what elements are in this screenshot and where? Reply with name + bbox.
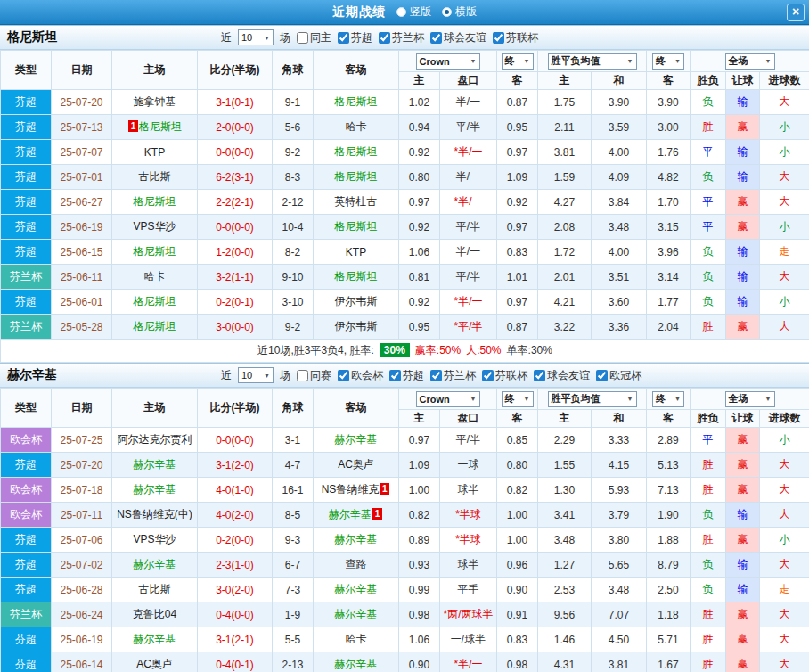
- result-wdl: 胜: [691, 627, 726, 652]
- avg-odds-draw: 4.50: [592, 627, 647, 652]
- filter-checkbox[interactable]: [430, 370, 442, 381]
- radio-vertical-layout[interactable]: 竖版: [396, 4, 431, 20]
- filter-checkbox[interactable]: [379, 32, 390, 44]
- bookmaker-select[interactable]: Crown ▼: [416, 53, 480, 70]
- scope-select[interactable]: 全场 ▼: [725, 53, 775, 70]
- away-team-link[interactable]: 赫尔辛基: [335, 583, 378, 595]
- avg-odds-away: 1.76: [647, 140, 691, 165]
- match-date: 25-05-28: [52, 315, 112, 340]
- home-team-link[interactable]: 赫尔辛基: [134, 558, 176, 570]
- away-team-link[interactable]: NS鲁纳维克: [322, 483, 380, 496]
- away-team-link[interactable]: 格尼斯坦: [335, 145, 378, 158]
- handicap-odds-away: 0.87: [497, 90, 538, 115]
- filter-checkbox[interactable]: [338, 370, 349, 381]
- away-team-link[interactable]: 格尼斯坦: [335, 170, 378, 183]
- away-team-link[interactable]: 查路: [346, 558, 367, 570]
- handicap-odds-away: 1.00: [497, 503, 538, 528]
- match-count-select[interactable]: 10 ▼: [238, 367, 274, 383]
- red-card-badge: 1: [380, 483, 389, 495]
- home-team-link[interactable]: 格尼斯坦: [134, 320, 176, 332]
- filter-option[interactable]: 芬兰杯: [430, 368, 476, 383]
- final-score: 2-3(1-0): [198, 553, 273, 578]
- away-team-link[interactable]: 哈卡: [346, 633, 367, 645]
- filter-option[interactable]: 欧冠杯: [596, 368, 641, 383]
- filter-checkbox[interactable]: [534, 370, 545, 381]
- filter-checkbox[interactable]: [297, 370, 308, 381]
- home-team-link[interactable]: 赫尔辛基: [134, 458, 176, 471]
- home-team-link[interactable]: 赫尔辛基: [134, 633, 176, 645]
- filter-option[interactable]: 芬兰杯: [379, 30, 424, 45]
- avg-odds-draw: 3.60: [592, 290, 647, 315]
- corner-score: 5-5: [273, 627, 314, 652]
- filter-checkbox[interactable]: [493, 32, 504, 44]
- bookmaker-select[interactable]: Crown ▼: [416, 391, 480, 407]
- home-team-link[interactable]: VPS华沙: [133, 533, 176, 545]
- filter-checkbox[interactable]: [430, 32, 442, 44]
- away-team-link[interactable]: 赫尔辛基: [329, 508, 372, 520]
- filter-option[interactable]: 球会友谊: [534, 368, 590, 383]
- cell-home-team: NS鲁纳维克(中): [112, 503, 198, 528]
- filter-option[interactable]: 欧会杯: [338, 368, 383, 383]
- filter-option[interactable]: 球会友谊: [430, 30, 486, 45]
- home-team-link[interactable]: 哈卡: [144, 270, 166, 283]
- avg-odds-select[interactable]: 胜平负均值 ▼: [548, 391, 637, 407]
- away-team-link[interactable]: AC奥卢: [338, 458, 374, 471]
- home-team-link[interactable]: AC奥卢: [136, 658, 173, 670]
- home-team-link[interactable]: 克鲁比04: [133, 608, 176, 620]
- scope-select[interactable]: 全场 ▼: [725, 391, 775, 407]
- home-team-link[interactable]: KTP: [144, 146, 165, 159]
- final-odds-select[interactable]: 终 ▼: [502, 53, 534, 70]
- col-handicap: 盘口: [440, 72, 497, 90]
- handicap-result: 输: [726, 578, 760, 602]
- handicap-odds-away: 0.90: [497, 578, 538, 602]
- match-row: 芬超25-06-19VPS华沙0-0(0-0)10-4格尼斯坦0.92平/半0.…: [1, 215, 809, 240]
- away-team-link[interactable]: 赫尔辛基: [335, 608, 378, 620]
- result-wdl: 胜: [691, 453, 726, 478]
- home-team-link[interactable]: 施拿钟基: [134, 95, 176, 108]
- home-team-link[interactable]: 古比斯: [139, 583, 171, 595]
- away-team-link[interactable]: 格尼斯坦: [335, 95, 378, 108]
- cell-away-team: 赫尔辛基: [314, 528, 399, 553]
- filter-option[interactable]: 同赛: [297, 368, 331, 383]
- final-odds-select[interactable]: 终 ▼: [502, 391, 534, 407]
- final-avg-select[interactable]: 终 ▼: [652, 391, 684, 407]
- filter-option[interactable]: 同主: [297, 30, 331, 45]
- close-button[interactable]: ×: [787, 4, 805, 21]
- home-team-link[interactable]: 格尼斯坦: [134, 195, 176, 208]
- filter-option[interactable]: 芬超: [389, 368, 424, 383]
- home-team-link[interactable]: 赫尔辛基: [134, 483, 176, 496]
- away-team-link[interactable]: 赫尔辛基: [335, 533, 378, 545]
- filter-option[interactable]: 芬联杯: [482, 368, 527, 383]
- away-team-link[interactable]: 哈卡: [346, 120, 367, 133]
- home-team-link[interactable]: 阿尔达克尔贾利: [118, 433, 192, 446]
- away-team-link[interactable]: 格尼斯坦: [335, 270, 378, 283]
- filter-checkbox[interactable]: [338, 32, 349, 44]
- filter-checkbox[interactable]: [389, 370, 401, 381]
- away-team-link[interactable]: 伊尔韦斯: [335, 320, 378, 332]
- match-count-select[interactable]: 10 ▼: [238, 29, 274, 45]
- home-team-link[interactable]: VPS华沙: [133, 220, 176, 233]
- radio-horizontal-layout[interactable]: 横版: [442, 4, 477, 20]
- away-team-link[interactable]: 英特杜古: [335, 195, 378, 208]
- away-team-link[interactable]: 格尼斯坦: [335, 220, 378, 233]
- final-odds-value: 终: [505, 392, 515, 406]
- filter-option[interactable]: 芬超: [338, 30, 372, 45]
- cell-home-team: 1格尼斯坦: [112, 115, 198, 140]
- avg-odds-draw: 4.00: [592, 240, 647, 265]
- filter-checkbox[interactable]: [297, 32, 308, 44]
- home-team-link[interactable]: NS鲁纳维克(中): [117, 508, 192, 520]
- home-team-link[interactable]: 格尼斯坦: [139, 120, 182, 133]
- away-team-link[interactable]: KTP: [346, 246, 366, 258]
- filter-checkbox[interactable]: [482, 370, 494, 381]
- final-avg-select[interactable]: 终 ▼: [652, 53, 684, 70]
- home-team-link[interactable]: 格尼斯坦: [134, 245, 176, 258]
- away-team-link[interactable]: 赫尔辛基: [335, 658, 378, 670]
- league-filters: 同主芬超芬兰杯球会友谊芬联杯: [297, 30, 538, 45]
- away-team-link[interactable]: 赫尔辛基: [335, 433, 378, 446]
- filter-option[interactable]: 芬联杯: [493, 30, 538, 45]
- away-team-link[interactable]: 伊尔韦斯: [335, 295, 378, 307]
- avg-odds-select[interactable]: 胜平负均值 ▼: [548, 53, 637, 70]
- home-team-link[interactable]: 格尼斯坦: [134, 295, 176, 307]
- home-team-link[interactable]: 古比斯: [139, 170, 171, 183]
- filter-checkbox[interactable]: [596, 370, 608, 381]
